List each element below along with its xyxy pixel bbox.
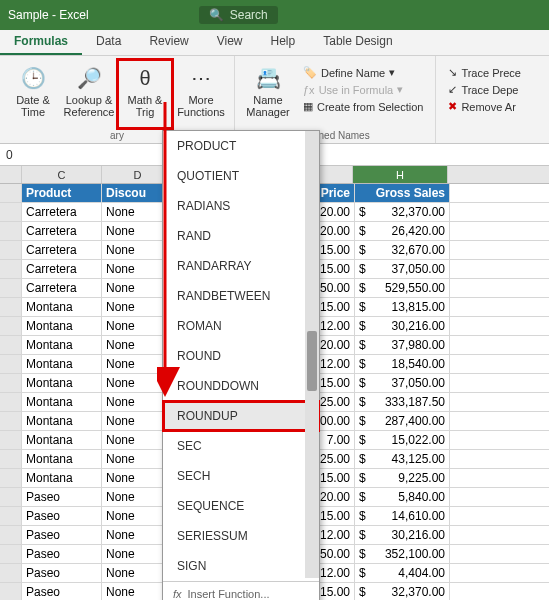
ribbon-tabs: FormulasDataReviewViewHelpTable Design — [0, 30, 549, 56]
menu-item-rounddown[interactable]: ROUNDDOWN — [163, 371, 319, 401]
chevron-down-icon: ▾ — [389, 66, 395, 79]
theta-icon: θ — [131, 64, 159, 92]
tab-data[interactable]: Data — [82, 30, 135, 55]
trace-dependents-button[interactable]: ↙Trace Depe — [448, 81, 521, 98]
more-functions-button[interactable]: ⋯ More Functions — [174, 60, 228, 128]
col-header-H[interactable]: H — [353, 166, 448, 183]
scrollbar-thumb[interactable] — [307, 331, 317, 391]
col-header-C[interactable]: C — [22, 166, 102, 183]
menu-item-sign[interactable]: SIGN — [163, 551, 319, 581]
chevron-down-icon: ▾ — [397, 83, 403, 96]
menu-item-seriessum[interactable]: SERIESSUM — [163, 521, 319, 551]
defined-names-list: 🏷️Define Name ▾ ƒxUse in Formula ▾ ▦Crea… — [297, 60, 429, 128]
define-name-button[interactable]: 🏷️Define Name ▾ — [303, 64, 423, 81]
menu-item-roundup[interactable]: ROUNDUP — [163, 401, 319, 431]
group-label-library: ary — [110, 128, 124, 141]
use-in-formula-button[interactable]: ƒxUse in Formula ▾ — [303, 81, 423, 98]
name-manager-button[interactable]: 📇 Name Manager — [241, 60, 295, 128]
menu-item-sec[interactable]: SEC — [163, 431, 319, 461]
date-time-button[interactable]: 🕒 Date & Time — [6, 60, 60, 128]
menu-item-randarray[interactable]: RANDARRAY — [163, 251, 319, 281]
menu-item-quotient[interactable]: QUOTIENT — [163, 161, 319, 191]
search-box[interactable]: 🔍 Search — [199, 6, 278, 24]
menu-item-round[interactable]: ROUND — [163, 341, 319, 371]
fx-icon: ƒx — [303, 84, 315, 96]
trace-list: ↘Trace Prece ↙Trace Depe ✖Remove Ar — [442, 60, 527, 119]
search-placeholder: Search — [230, 8, 268, 22]
more-icon: ⋯ — [187, 64, 215, 92]
menu-item-sech[interactable]: SECH — [163, 461, 319, 491]
tab-help[interactable]: Help — [257, 30, 310, 55]
remove-arrows-button[interactable]: ✖Remove Ar — [448, 98, 521, 115]
menu-item-randbetween[interactable]: RANDBETWEEN — [163, 281, 319, 311]
lookup-ref-button[interactable]: 🔎 Lookup & Reference — [62, 60, 116, 128]
math-trig-dropdown: PRODUCTQUOTIENTRADIANSRANDRANDARRAYRANDB… — [162, 130, 320, 600]
tag-icon: 🏷️ — [303, 66, 317, 79]
title-bar: Sample - Excel 🔍 Search — [0, 0, 549, 30]
header-gross-sales[interactable]: Gross Sales — [355, 184, 450, 202]
trace-prec-icon: ↘ — [448, 66, 457, 79]
menu-item-rand[interactable]: RAND — [163, 221, 319, 251]
clock-icon: 🕒 — [19, 64, 47, 92]
grid-icon: ▦ — [303, 100, 313, 113]
tab-formulas[interactable]: Formulas — [0, 30, 82, 55]
header-product[interactable]: Product — [22, 184, 102, 202]
remove-icon: ✖ — [448, 100, 457, 113]
name-manager-icon: 📇 — [254, 64, 282, 92]
trace-dep-icon: ↙ — [448, 83, 457, 96]
trace-precedents-button[interactable]: ↘Trace Prece — [448, 64, 521, 81]
lookup-icon: 🔎 — [75, 64, 103, 92]
menu-item-product[interactable]: PRODUCT — [163, 131, 319, 161]
tab-table-design[interactable]: Table Design — [309, 30, 406, 55]
menu-scrollbar[interactable] — [305, 131, 319, 578]
app-title: Sample - Excel — [8, 8, 89, 22]
menu-item-roman[interactable]: ROMAN — [163, 311, 319, 341]
math-trig-button[interactable]: θ Math & Trig — [118, 60, 172, 128]
create-from-selection-button[interactable]: ▦Create from Selection — [303, 98, 423, 115]
formula-value: 0 — [6, 148, 146, 162]
menu-item-radians[interactable]: RADIANS — [163, 191, 319, 221]
insert-function-item[interactable]: fx Insert Function... — [163, 581, 319, 600]
tab-review[interactable]: Review — [135, 30, 202, 55]
menu-item-sequence[interactable]: SEQUENCE — [163, 491, 319, 521]
search-icon: 🔍 — [209, 8, 224, 22]
fx-icon: fx — [173, 588, 182, 600]
tab-view[interactable]: View — [203, 30, 257, 55]
